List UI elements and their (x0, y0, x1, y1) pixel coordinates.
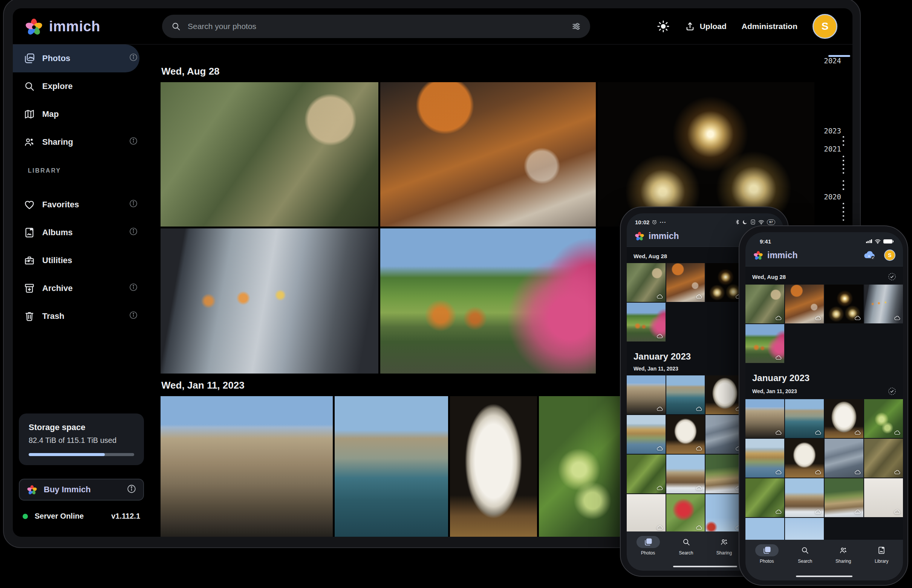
sharing-icon (839, 546, 847, 554)
nav-search[interactable]: Search (788, 544, 822, 564)
upload-button[interactable]: Upload (685, 21, 726, 32)
photo-bust[interactable] (825, 399, 864, 438)
timeline-tick-dots (843, 180, 844, 191)
cloud-sync-icon[interactable] (863, 250, 876, 260)
empty-grid-cell (785, 324, 824, 363)
sim-missing-icon (750, 220, 755, 225)
nav-library[interactable]: Library (865, 544, 898, 564)
sharing-icon (720, 538, 728, 546)
photo-fireworks[interactable] (825, 284, 864, 323)
date-heading: Wed, Jan 11, 2023 (746, 385, 903, 399)
nav-photos[interactable]: Photos (632, 536, 665, 556)
photo-ruins[interactable] (825, 439, 864, 478)
info-icon[interactable] (129, 53, 138, 64)
photo-fruit[interactable] (666, 494, 705, 533)
storage-space-card: Storage space 82.4 TiB of 115.1 TiB used (19, 414, 144, 465)
photo-park[interactable] (627, 303, 665, 341)
sidebar-item-archive[interactable]: Archive (13, 275, 159, 302)
immich-logo[interactable]: immich (24, 8, 100, 44)
info-icon[interactable] (129, 199, 138, 210)
photo-beach[interactable] (627, 415, 665, 454)
select-all-check-icon[interactable] (888, 273, 896, 281)
photo-lizard2[interactable] (746, 478, 784, 517)
nav-photos[interactable]: Photos (750, 544, 783, 564)
photo-berries[interactable] (864, 399, 903, 438)
nav-label: Photos (760, 559, 774, 564)
photo-monkeys[interactable] (627, 263, 665, 302)
sidebar-item-photos[interactable]: Photos (13, 44, 139, 73)
photo-hands[interactable] (161, 228, 378, 373)
photo-white[interactable] (627, 494, 665, 533)
sidebar-item-trash[interactable]: Trash (13, 302, 159, 330)
photo-lizard2[interactable] (627, 455, 665, 493)
photo-beach[interactable] (746, 439, 784, 478)
photo-castle[interactable] (627, 375, 665, 414)
photo-monkeys[interactable] (161, 82, 378, 226)
photo-sculpt[interactable] (666, 415, 705, 454)
nav-search[interactable]: Search (670, 536, 703, 556)
photo-fort[interactable] (666, 375, 705, 414)
photo-monkeys[interactable] (746, 284, 784, 323)
photo-dinner[interactable] (666, 263, 705, 302)
photo-castle[interactable] (746, 399, 784, 438)
info-icon[interactable] (129, 136, 138, 148)
photo-park[interactable] (380, 228, 596, 373)
photo-park[interactable] (746, 324, 784, 363)
search-filter-icon[interactable] (571, 21, 581, 31)
sidebar-item-map[interactable]: Map (13, 100, 159, 128)
wifi-icon (875, 239, 881, 244)
photo-castle[interactable] (161, 396, 333, 537)
nav-sharing[interactable]: Sharing (708, 536, 741, 556)
battery-icon (883, 239, 893, 244)
photo-fireworks[interactable] (598, 82, 814, 226)
administration-label: Administration (742, 22, 797, 31)
sidebar-item-label: Trash (42, 311, 65, 321)
info-icon[interactable] (129, 227, 138, 238)
photo-dinner[interactable] (380, 82, 596, 226)
photo-church[interactable] (785, 478, 824, 517)
photo-dinner[interactable] (785, 284, 824, 323)
photo-alps[interactable] (825, 478, 864, 517)
sidebar-item-explore[interactable]: Explore (13, 73, 159, 100)
select-all-check-icon[interactable] (888, 387, 896, 396)
timeline-tick-dots (843, 136, 844, 146)
photo-hands[interactable] (864, 284, 903, 323)
sidebar: Photos Explore (13, 44, 159, 537)
photo-berries[interactable] (539, 396, 628, 537)
nav-sharing[interactable]: Sharing (827, 544, 860, 564)
photo-lizard[interactable] (864, 439, 903, 478)
sidebar-item-label: Explore (42, 81, 73, 91)
photo-fort[interactable] (785, 399, 824, 438)
sidebar-item-favorites[interactable]: Favorites (13, 191, 159, 219)
user-avatar[interactable]: S (812, 14, 838, 39)
search-icon (682, 538, 691, 546)
photos-icon (23, 52, 36, 65)
photo-bust[interactable] (450, 396, 537, 537)
photo-fort[interactable] (335, 396, 448, 537)
user-avatar[interactable]: S (884, 250, 896, 261)
photo-white[interactable] (864, 478, 903, 517)
immich-flower-icon (753, 250, 763, 260)
ios-status-bar: 9:41 (746, 232, 903, 246)
immich-ios-app: 9:41 (746, 232, 903, 580)
upload-icon (685, 21, 695, 32)
month-heading: January 2023 (746, 363, 903, 385)
info-icon[interactable] (129, 283, 138, 294)
administration-button[interactable]: Administration (742, 22, 797, 31)
photo-church[interactable] (666, 455, 705, 493)
buy-immich-button[interactable]: Buy Immich (19, 479, 144, 501)
sidebar-item-albums[interactable]: Albums (13, 219, 159, 247)
top-bar: immich Search your photos (13, 8, 852, 44)
search-input[interactable]: Search your photos (162, 15, 590, 38)
avatar-letter: S (888, 252, 891, 258)
theme-toggle-sun-icon[interactable] (657, 20, 670, 33)
sidebar-item-sharing[interactable]: Sharing (13, 128, 159, 156)
cell-signal-icon (866, 239, 872, 243)
brand-text: immich (649, 231, 679, 241)
server-status-label: Server Online (35, 512, 111, 520)
info-icon[interactable] (129, 310, 138, 322)
utilities-toolbox-icon (23, 254, 36, 267)
sidebar-item-utilities[interactable]: Utilities (13, 247, 159, 275)
info-icon[interactable] (127, 484, 136, 495)
photo-sculpt[interactable] (785, 439, 824, 478)
